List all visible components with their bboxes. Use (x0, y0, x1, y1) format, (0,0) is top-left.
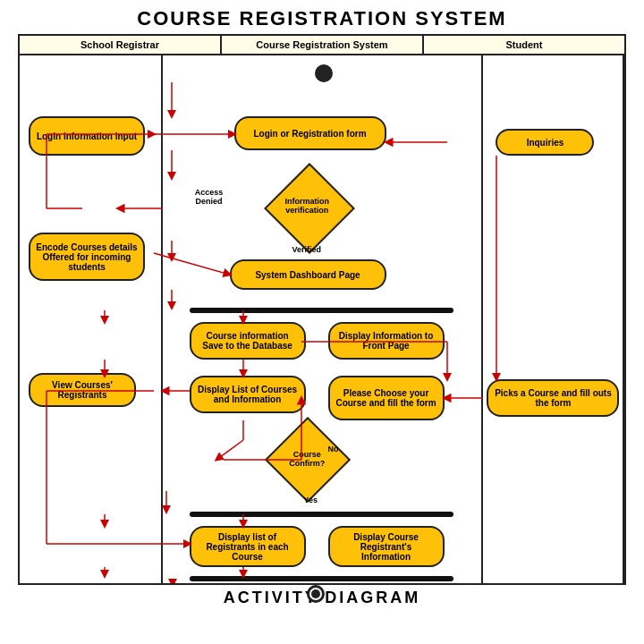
fork1-bar (190, 308, 453, 313)
no-label: No (328, 445, 339, 453)
header-registrar: School Registrar (20, 36, 222, 54)
display-list-registrants-node: Display list of Registrants in each Cour… (190, 526, 306, 567)
page-title: COURSE REGISTRATION SYSTEM (0, 0, 644, 34)
view-registrants-node: View Courses' Registrants (29, 373, 136, 407)
display-info-front-node: Display Information to Front Page (328, 322, 445, 360)
swim-body: Login information input Encode Courses d… (20, 55, 624, 583)
diagram-container: School Registrar Course Registration Sys… (18, 34, 626, 585)
lane-registrar: Login information input Encode Courses d… (20, 55, 163, 583)
yes-label: Yes (304, 496, 318, 504)
display-list-courses-node: Display List of Courses and Information (190, 376, 306, 413)
access-denied-label: Access Denied (182, 188, 236, 206)
course-info-save-node: Course information Save to the Database (190, 322, 306, 360)
picks-course-node: Picks a Course and fill outs the form (487, 379, 619, 417)
inquiries-node: Inquiries (496, 129, 594, 156)
info-verify-diamond: Informationverification (277, 176, 342, 241)
course-confirm-diamond: CourseConfirm? (277, 429, 338, 490)
swim-header: School Registrar Course Registration Sys… (20, 36, 624, 55)
verified-label: Verified (292, 245, 322, 254)
lane-student: Inquiries Picks a Course and fill outs t… (483, 55, 624, 583)
header-student: Student (424, 36, 624, 54)
login-form-node: Login or Registration form (234, 116, 386, 150)
fork2-bar (190, 512, 453, 517)
system-dashboard-node: System Dashboard Page (230, 259, 386, 290)
display-course-reg-info-node: Display Course Registrant's Information (328, 526, 445, 567)
fork3-bar (190, 576, 453, 581)
choose-course-node: Please Choose your Course and fill the f… (328, 376, 445, 420)
header-crs: Course Registration System (222, 36, 424, 54)
lane-crs: Login or Registration form Informationve… (163, 55, 484, 583)
login-input-node: Login information input (29, 116, 145, 156)
encode-courses-node: Encode Courses details Offered for incom… (29, 233, 145, 281)
